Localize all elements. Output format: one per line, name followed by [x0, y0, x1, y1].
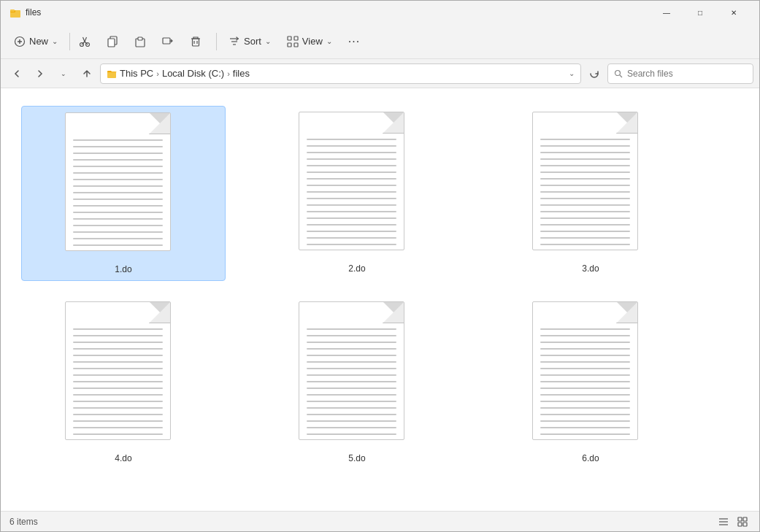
file-line [73, 153, 163, 154]
up-icon [82, 69, 91, 78]
file-line [307, 145, 396, 147]
move-button[interactable] [158, 28, 184, 55]
cut-button[interactable] [74, 28, 101, 55]
file-item[interactable]: 3.do [488, 106, 693, 281]
file-icon-body [299, 301, 404, 440]
title-bar: files — □ ✕ [1, 1, 759, 24]
file-line [73, 407, 163, 409]
copy-icon [107, 36, 118, 47]
search-icon [614, 69, 623, 78]
file-line [540, 328, 630, 330]
file-line [540, 433, 630, 435]
svg-point-28 [615, 70, 621, 75]
file-lines [307, 139, 396, 245]
back-button[interactable] [7, 63, 27, 84]
delete-button[interactable] [185, 28, 212, 55]
file-line [307, 217, 396, 219]
grid-view-button[interactable] [734, 514, 751, 530]
search-input[interactable] [627, 69, 747, 79]
svg-rect-17 [193, 39, 199, 46]
file-line [307, 191, 396, 193]
file-line [540, 198, 630, 199]
app-icon [9, 7, 21, 18]
file-line [307, 342, 396, 343]
more-button[interactable]: ··· [341, 28, 367, 55]
refresh-icon [589, 69, 599, 79]
file-line [540, 361, 630, 363]
file-line [307, 328, 396, 330]
toolbar: New ⌄ [1, 24, 759, 59]
svg-line-29 [620, 75, 622, 77]
file-line [73, 231, 163, 233]
file-line [73, 238, 163, 239]
file-line [307, 433, 396, 435]
file-line [540, 342, 630, 343]
path-local-disk: Local Disk (C:) [162, 68, 224, 79]
details-view-button[interactable] [715, 514, 732, 530]
view-button[interactable]: View ⌄ [280, 28, 339, 55]
path-files: files [233, 68, 250, 79]
file-lines [307, 328, 396, 435]
file-line [540, 414, 630, 415]
path-chevron: ⌄ [569, 69, 575, 77]
address-bar: ⌄ This PC › Local Disk (C:) › files ⌄ [1, 59, 759, 88]
file-name: 6.do [582, 453, 599, 463]
file-icon [532, 301, 649, 447]
file-line [540, 388, 630, 389]
file-item[interactable]: 5.do [255, 296, 459, 469]
details-view-icon [718, 517, 729, 527]
file-line [73, 185, 163, 187]
search-box[interactable] [607, 63, 753, 84]
file-line [307, 420, 396, 422]
file-icon [532, 112, 649, 258]
file-line [540, 381, 630, 382]
new-button[interactable]: New ⌄ [7, 28, 65, 55]
file-name: 2.do [348, 263, 365, 274]
file-line [540, 401, 630, 402]
maximize-button[interactable]: □ [683, 1, 717, 24]
file-item[interactable]: 2.do [255, 106, 459, 281]
file-line [307, 427, 396, 428]
file-icon [299, 112, 415, 258]
file-line [73, 348, 163, 350]
file-icon [299, 301, 415, 447]
path-this-pc: This PC [120, 68, 153, 79]
file-lines [73, 139, 163, 246]
file-icon-body [532, 301, 638, 440]
recent-locations-button[interactable]: ⌄ [53, 63, 74, 84]
separator-1 [69, 33, 70, 50]
folder-icon [107, 69, 117, 79]
file-line [307, 178, 396, 180]
window-controls: — □ ✕ [650, 1, 751, 24]
file-icon-body [532, 112, 638, 250]
copy-button[interactable] [102, 28, 128, 55]
file-name: 3.do [582, 263, 599, 274]
close-button[interactable]: ✕ [717, 1, 751, 24]
file-icon-body [65, 301, 171, 440]
up-button[interactable] [77, 63, 97, 84]
minimize-button[interactable]: — [650, 1, 683, 24]
file-item[interactable]: 6.do [488, 296, 693, 469]
file-line [73, 159, 163, 161]
file-line [73, 146, 163, 147]
refresh-button[interactable] [584, 63, 604, 84]
file-line [73, 225, 163, 226]
file-line [540, 237, 630, 239]
sort-button[interactable]: Sort ⌄ [221, 28, 278, 55]
forward-button[interactable] [30, 63, 50, 84]
file-line [307, 374, 396, 376]
file-item[interactable]: 4.do [21, 296, 226, 469]
status-icons [715, 514, 751, 530]
paste-button[interactable] [130, 28, 156, 55]
file-line [540, 158, 630, 160]
address-path[interactable]: This PC › Local Disk (C:) › files ⌄ [100, 63, 581, 84]
svg-rect-33 [738, 517, 742, 521]
file-item[interactable]: 1.do [21, 106, 226, 281]
file-line [307, 185, 396, 186]
svg-rect-35 [738, 523, 742, 526]
file-line [540, 211, 630, 212]
file-line [307, 198, 396, 199]
item-count: 6 items [9, 517, 38, 527]
file-line [540, 191, 630, 193]
file-line [307, 388, 396, 389]
